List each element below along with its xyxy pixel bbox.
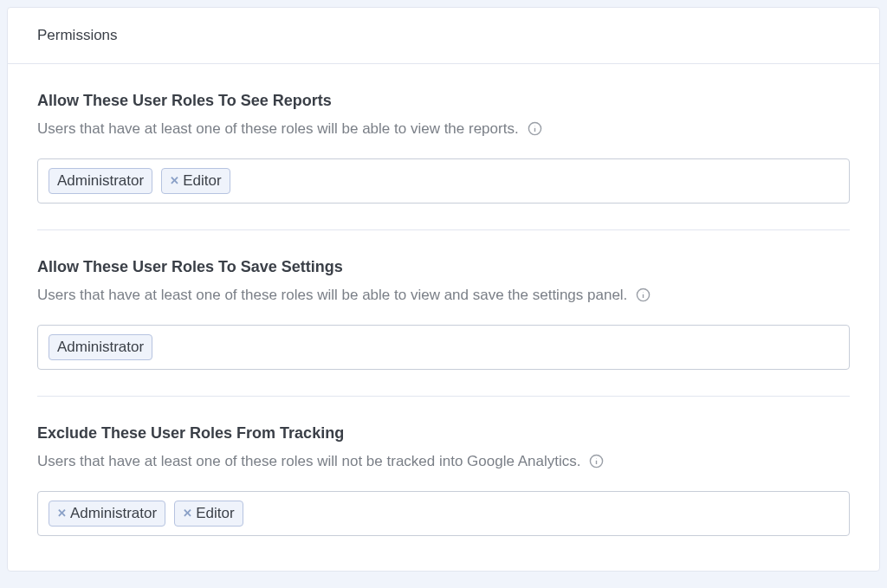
section-title: Allow These User Roles To See Reports xyxy=(37,92,850,110)
svg-point-5 xyxy=(643,292,644,293)
tag-editor[interactable]: ✕ Editor xyxy=(174,501,243,527)
section-see-reports: Allow These User Roles To See Reports Us… xyxy=(37,64,850,230)
panel-header: Permissions xyxy=(8,8,879,64)
section-description: Users that have at least one of these ro… xyxy=(37,451,850,472)
info-icon[interactable] xyxy=(636,288,651,302)
panel-title: Permissions xyxy=(37,27,850,44)
close-icon[interactable]: ✕ xyxy=(170,175,179,186)
close-icon[interactable]: ✕ xyxy=(57,507,67,519)
section-description: Users that have at least one of these ro… xyxy=(37,285,850,306)
roles-save-settings-input[interactable]: Administrator xyxy=(37,325,850,370)
section-description-text: Users that have at least one of these ro… xyxy=(37,285,627,306)
tag-label: Administrator xyxy=(70,504,157,523)
section-title: Allow These User Roles To Save Settings xyxy=(37,258,850,276)
roles-exclude-tracking-input[interactable]: ✕ Administrator ✕ Editor xyxy=(37,491,850,536)
svg-point-2 xyxy=(534,126,535,126)
tag-administrator[interactable]: Administrator xyxy=(49,334,152,360)
permissions-panel: Permissions Allow These User Roles To Se… xyxy=(7,7,880,572)
tag-editor[interactable]: ✕ Editor xyxy=(161,168,230,194)
tag-label: Administrator xyxy=(57,171,144,191)
tag-label: Editor xyxy=(196,504,234,523)
panel-body: Allow These User Roles To See Reports Us… xyxy=(8,64,879,571)
section-description-text: Users that have at least one of these ro… xyxy=(37,451,580,472)
tag-label: Editor xyxy=(183,171,221,191)
section-exclude-tracking: Exclude These User Roles From Tracking U… xyxy=(37,397,850,562)
tag-administrator[interactable]: Administrator xyxy=(49,168,152,194)
tag-administrator[interactable]: ✕ Administrator xyxy=(49,501,165,527)
info-icon[interactable] xyxy=(528,121,542,136)
section-save-settings: Allow These User Roles To Save Settings … xyxy=(37,230,850,397)
section-title: Exclude These User Roles From Tracking xyxy=(37,424,850,443)
close-icon[interactable]: ✕ xyxy=(183,507,192,519)
info-icon[interactable] xyxy=(589,454,604,468)
tag-label: Administrator xyxy=(57,338,144,357)
roles-see-reports-input[interactable]: Administrator ✕ Editor xyxy=(37,158,850,204)
svg-point-8 xyxy=(597,458,598,459)
section-description-text: Users that have at least one of these ro… xyxy=(37,119,519,139)
section-description: Users that have at least one of these ro… xyxy=(37,119,850,139)
